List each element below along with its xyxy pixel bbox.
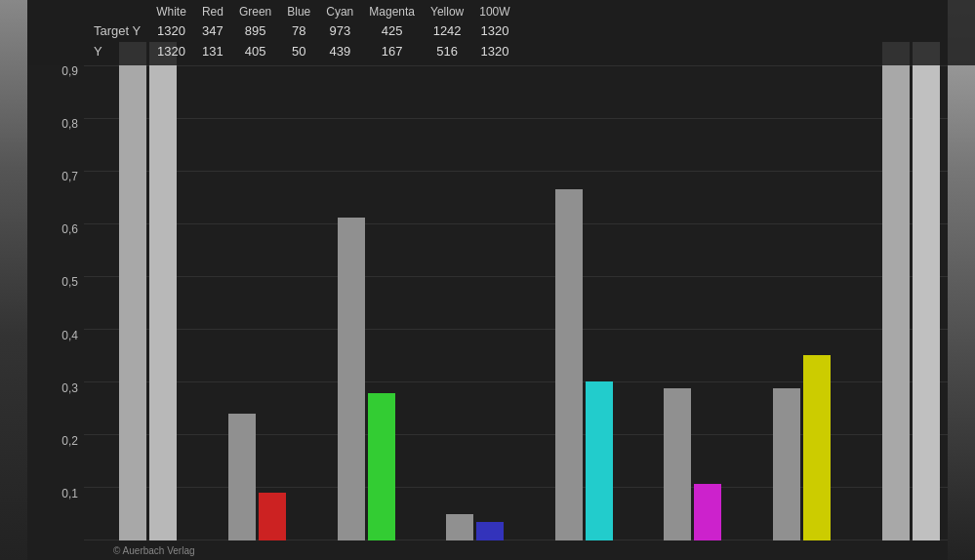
blue-group-bar-1: [476, 522, 504, 540]
y-label-08: 0,8: [37, 118, 78, 130]
plot-area: © Auerbach Verlag: [84, 65, 975, 560]
y-label-02: 0,2: [37, 435, 78, 447]
data-table: White Red Green Blue Cyan Magenta Yellow…: [86, 2, 518, 61]
100w-group-bar-1: [913, 42, 940, 540]
blue-group: [446, 65, 504, 540]
y-label-06: 0,6: [37, 223, 78, 235]
actual-green: 405: [231, 41, 279, 61]
red-group-bar-0: [228, 414, 256, 540]
100w-group-bar-0: [882, 42, 910, 540]
copyright: © Auerbach Verlag: [113, 545, 195, 556]
actual-red: 131: [194, 41, 231, 61]
y-label-03: 0,3: [37, 382, 78, 394]
magenta-group: [664, 65, 721, 540]
red-group: [228, 65, 286, 540]
y-label-07: 0,7: [37, 171, 78, 182]
magenta-group-bar-1: [694, 484, 721, 540]
y-label-01: 0,1: [37, 488, 78, 500]
y-label-05: 0,5: [37, 276, 78, 288]
yellow-group: [773, 65, 831, 540]
table-header-row: White Red Green Blue Cyan Magenta Yellow…: [86, 2, 518, 20]
green-group: [338, 65, 395, 540]
col-red: Red: [194, 2, 231, 20]
target-label: Target Y: [86, 20, 148, 41]
right-decorative-strip: [948, 0, 975, 560]
col-blue: Blue: [279, 2, 318, 20]
green-group-bar-0: [338, 218, 365, 540]
target-green: 895: [231, 20, 279, 41]
white-group-bar-0: [119, 42, 146, 540]
chart-container: White Red Green Blue Cyan Magenta Yellow…: [0, 0, 975, 560]
cyan-group: [555, 65, 613, 540]
y-label-09: 0,9: [37, 65, 78, 77]
actual-label: Y: [86, 41, 148, 61]
col-green: Green: [231, 2, 279, 20]
actual-magenta: 167: [361, 41, 423, 61]
col-cyan: Cyan: [318, 2, 361, 20]
green-group-bar-1: [368, 393, 395, 540]
magenta-group-bar-0: [664, 388, 691, 540]
target-magenta: 425: [361, 20, 423, 41]
col-white: White: [148, 2, 194, 20]
cyan-group-bar-0: [555, 189, 583, 540]
target-red: 347: [194, 20, 231, 41]
blue-group-bar-0: [446, 514, 473, 540]
white-group-bar-1: [149, 42, 177, 540]
target-yellow: 1242: [423, 20, 471, 41]
100w-group: [882, 65, 940, 540]
red-group-bar-1: [259, 493, 286, 540]
y-label-04: 0,4: [37, 330, 78, 341]
col-magenta: Magenta: [361, 2, 423, 20]
chart-main: White Red Green Blue Cyan Magenta Yellow…: [27, 0, 975, 560]
target-cyan: 973: [318, 20, 361, 41]
white-group: [119, 65, 177, 540]
yellow-group-bar-1: [803, 355, 831, 540]
target-100w: 1320: [471, 20, 517, 41]
actual-row: Y 1320 131 405 50 439 167 516 1320: [86, 41, 518, 61]
bars-container: [84, 65, 975, 540]
actual-blue: 50: [279, 41, 318, 61]
cyan-group-bar-1: [586, 381, 613, 540]
col-yellow: Yellow: [423, 2, 471, 20]
data-table-area: White Red Green Blue Cyan Magenta Yellow…: [27, 0, 975, 65]
actual-cyan: 439: [318, 41, 361, 61]
target-white: 1320: [148, 20, 194, 41]
actual-100w: 1320: [471, 41, 517, 61]
col-label-empty: [86, 2, 148, 20]
left-decorative-strip: [0, 0, 27, 560]
y-axis: 0,9 0,8 0,7 0,6 0,5 0,4 0,3 0,2 0,1: [27, 65, 84, 560]
target-row: Target Y 1320 347 895 78 973 425 1242 13…: [86, 20, 518, 41]
chart-area: 0,9 0,8 0,7 0,6 0,5 0,4 0,3 0,2 0,1: [27, 65, 975, 560]
col-100w: 100W: [471, 2, 517, 20]
yellow-group-bar-0: [773, 388, 800, 540]
actual-yellow: 516: [423, 41, 471, 61]
target-blue: 78: [279, 20, 318, 41]
actual-white: 1320: [148, 41, 194, 61]
